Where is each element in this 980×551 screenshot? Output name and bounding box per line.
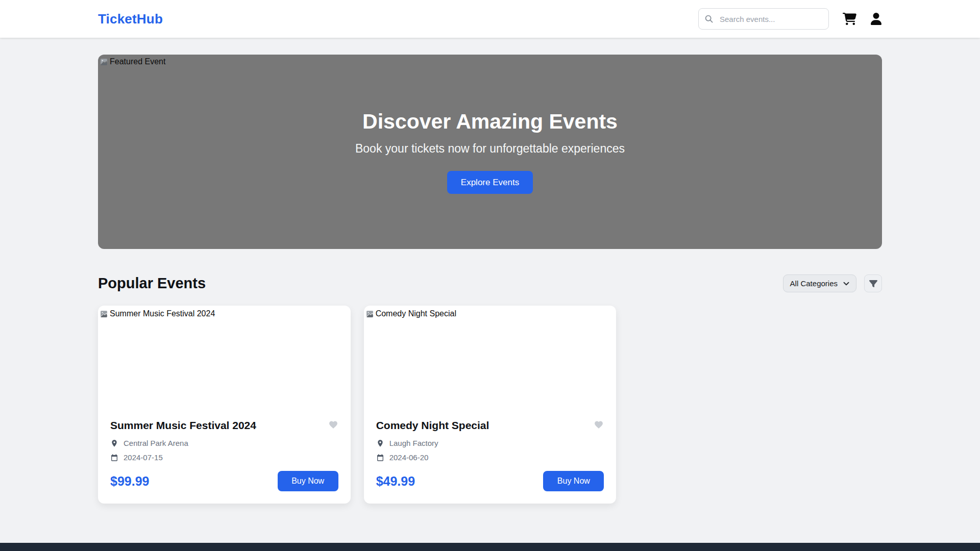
user-account-button[interactable] (870, 13, 882, 25)
explore-events-button[interactable]: Explore Events (447, 171, 533, 194)
chevron-down-icon (843, 282, 849, 286)
filter-controls: All Categories (783, 274, 882, 292)
broken-image-icon (100, 58, 108, 66)
event-price: $99.99 (110, 474, 149, 489)
event-title: Comedy Night Special (376, 419, 489, 432)
search-input[interactable] (698, 8, 829, 30)
calendar-icon (376, 454, 384, 462)
buy-now-button[interactable]: Buy Now (278, 471, 338, 491)
event-image-alt-text: Comedy Night Special (376, 309, 456, 318)
location-pin-icon (110, 439, 118, 447)
hero-title: Discover Amazing Events (362, 110, 618, 134)
event-title: Summer Music Festival 2024 (110, 419, 256, 432)
hero-subtitle: Book your tickets now for unforgettable … (355, 142, 625, 156)
hero-image-alt-text: Featured Event (110, 57, 165, 66)
cart-button[interactable] (843, 13, 856, 25)
filter-button[interactable] (864, 274, 882, 292)
main-content: Popular Events All Categories (98, 274, 882, 504)
category-select[interactable]: All Categories (783, 274, 856, 292)
user-icon (870, 13, 882, 25)
category-select-value: All Categories (790, 279, 838, 288)
brand-logo[interactable]: TicketHub (98, 11, 163, 27)
cart-icon (843, 13, 856, 25)
event-card-body: Summer Music Festival 2024 (98, 414, 351, 504)
search-icon (704, 14, 714, 23)
event-price: $49.99 (376, 474, 415, 489)
top-navigation-bar: TicketHub (0, 0, 980, 38)
buy-now-button[interactable]: Buy Now (543, 471, 604, 491)
broken-image-icon (365, 310, 374, 318)
filter-icon (869, 280, 877, 288)
search-box (698, 8, 829, 30)
event-card: Comedy Night Special Comedy Night Specia… (364, 306, 617, 504)
event-image-area: Summer Music Festival 2024 (98, 306, 351, 414)
heart-icon (594, 420, 604, 430)
event-card: Summer Music Festival 2024 Summer Music … (98, 306, 351, 504)
location-pin-icon (376, 439, 384, 447)
event-venue: Central Park Arena (124, 439, 188, 447)
hero-banner: Featured Event Discover Amazing Events B… (98, 55, 882, 249)
event-venue: Laugh Factory (389, 439, 438, 447)
heart-icon (328, 420, 338, 430)
event-cards-grid: Summer Music Festival 2024 Summer Music … (98, 306, 882, 504)
event-image-alt-text: Summer Music Festival 2024 (110, 309, 215, 318)
events-section-header: Popular Events All Categories (98, 274, 882, 292)
event-card-body: Comedy Night Special (364, 414, 617, 504)
header-actions (698, 8, 882, 30)
section-title: Popular Events (98, 275, 206, 292)
favorite-button[interactable] (328, 420, 338, 430)
hero-broken-image: Featured Event (100, 57, 165, 66)
event-broken-image: Comedy Night Special (365, 309, 456, 318)
event-date: 2024-06-20 (389, 453, 429, 462)
calendar-icon (110, 454, 118, 462)
event-broken-image: Summer Music Festival 2024 (100, 309, 215, 318)
broken-image-icon (100, 310, 108, 318)
page-footer (0, 543, 980, 551)
event-image-area: Comedy Night Special (364, 306, 617, 414)
event-date: 2024-07-15 (124, 453, 163, 462)
favorite-button[interactable] (594, 420, 604, 430)
